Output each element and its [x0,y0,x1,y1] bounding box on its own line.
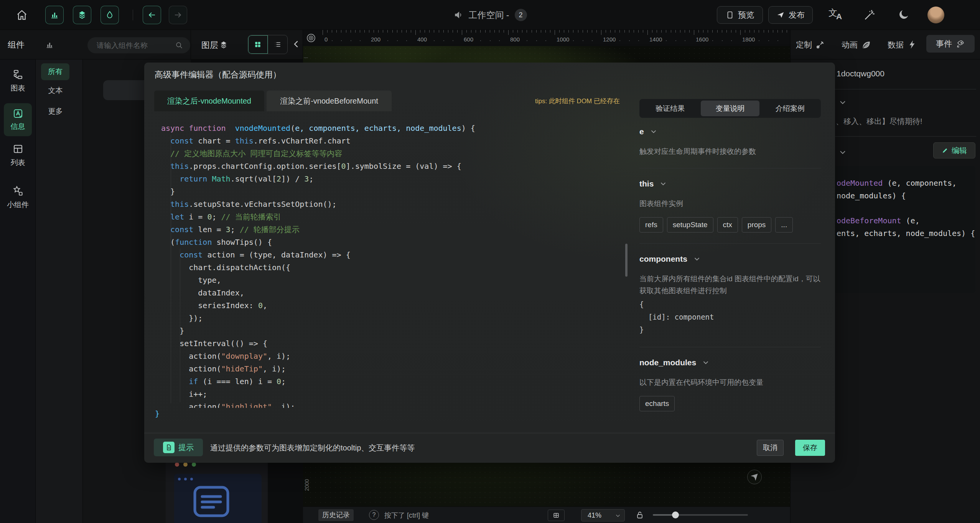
ruler-tick [513,30,513,33]
chevron-down-icon[interactable] [649,127,658,136]
search-placeholder: 请输入组件名称 [97,41,148,51]
section-chevron-icon[interactable] [838,148,847,157]
collapse-panel-button[interactable] [292,39,301,49]
variable-chip: echarts [639,396,675,411]
edit-code-button[interactable]: 编辑 [933,142,975,158]
send-icon [776,11,785,19]
category-more[interactable]: 更多 [36,106,75,116]
ruler-tick [490,30,490,33]
home-button[interactable] [16,9,28,21]
ruler-tick [671,30,671,33]
workspace-label: 工作空间 - [468,9,509,21]
tab-animation[interactable]: 动画 [842,40,858,50]
code-line: dataIndex, [161,287,621,299]
code-line: this.props.chartConfig.option.series[0].… [161,160,621,173]
ruler-tick [439,30,439,33]
language-button[interactable]: 文 A [828,7,845,23]
card-list-component[interactable] [166,457,268,523]
variable-chip: ... [775,217,793,233]
tab-customize[interactable]: 定制 [796,40,812,50]
undo-button[interactable] [143,6,161,24]
info-section-divider [639,168,821,168]
chart-mode-button[interactable] [45,6,64,24]
tab-vnode-mounted[interactable]: 渲染之后-vnodeMounted [154,91,264,111]
rail-label: 信息 [11,122,25,130]
tab-data[interactable]: 数据 [888,40,904,50]
save-button[interactable]: 保存 [795,440,825,456]
magic-wand-icon [863,8,876,21]
ruler-tick [457,30,458,33]
code-editor-body[interactable]: const chart = this.refs.vChartRef.chart … [161,135,621,408]
code-line: if (i === len) i = 0; [161,375,621,388]
ruler-tick [392,30,393,33]
section-chevron-icon[interactable] [838,98,847,107]
ruler-tick [777,30,778,33]
ruler-tick [629,30,629,33]
ruler-dot [675,40,676,41]
tab-event-label: 事件 [936,38,952,49]
lock-icon[interactable] [635,510,644,520]
ruler-dot [712,40,713,41]
component-search-box[interactable]: 请输入组件名称 [87,37,190,53]
list-view-button[interactable] [268,35,288,54]
zoom-select[interactable]: 41% [581,509,625,521]
chevron-down-icon[interactable] [702,358,710,367]
info-section-chips: echarts [639,396,821,411]
avatar[interactable] [927,7,944,23]
info-tab-1[interactable]: 变量说明 [701,101,759,116]
layers-mode-button[interactable] [73,6,91,24]
info-tab-2[interactable]: 介绍案例 [761,101,819,116]
chevron-down-icon[interactable] [659,180,667,188]
rocket-icon [956,39,965,48]
ruler-tick [527,30,527,33]
code-line: action("downplay", i); [161,350,621,363]
code-editor[interactable]: async function vnodeMounted(e, component… [144,116,628,412]
ruler-tick [568,30,569,33]
rail-item-charts[interactable]: 图表 [0,69,36,93]
info-section-divider [639,243,821,244]
history-button[interactable]: 历史记录 [318,509,354,521]
ruler-label: 600 [464,36,473,43]
ruler-tick [555,30,555,35]
grid-toggle-button[interactable] [548,510,565,521]
info-tab-0[interactable]: 验证结果 [641,101,699,116]
category-all[interactable]: 所有 [41,63,69,80]
preview-button[interactable]: 预览 [717,6,763,24]
ruler-tick [666,30,666,33]
theme-drop-button[interactable] [100,6,119,24]
tab-vnode-before-mount[interactable]: 渲染之前-vnodeBeforeMount [267,91,392,111]
locate-control[interactable] [747,470,762,484]
ruler-tick [504,30,504,33]
rail-item-widgets[interactable]: 小组件 [0,185,36,210]
tip-label: 提示 [178,442,194,453]
ruler-dot [536,40,537,41]
chevron-down-icon[interactable] [693,255,701,263]
ruler-tick [698,30,699,33]
zoom-slider-handle[interactable] [672,511,679,518]
code-line: } [161,325,621,337]
tab-event[interactable]: 事件 [926,35,975,53]
magic-wand-button[interactable] [863,8,876,21]
dark-mode-button[interactable] [898,8,910,21]
ruler-tick [360,30,360,33]
publish-button[interactable]: 发布 [768,6,813,24]
rail-item-info[interactable]: 信息 [4,103,32,136]
ruler-label: 400 [417,36,427,43]
code-line: const len = 3; // 轮播部分提示 [161,223,621,236]
ruler-tick [378,30,379,33]
help-icon[interactable]: ? [369,510,379,520]
rail-item-list[interactable]: 列表 [0,143,36,168]
category-text[interactable]: 文本 [36,86,75,96]
zoom-value: 41% [588,511,601,520]
zoom-slider[interactable] [653,514,748,516]
info-section-desc: 以下是内置在代码环境中可用的包变量 [639,376,821,388]
app-root: 工作空间 - 2 预览 发布 文 A [0,0,980,523]
cancel-button[interactable]: 取消 [757,440,784,456]
monitor-icon [726,11,734,19]
lightning-icon [908,40,917,49]
workspace-badge[interactable]: 2 [515,9,527,21]
redo-button[interactable] [169,6,187,24]
edit-label: 编辑 [952,145,967,156]
code-scrollbar[interactable] [625,244,628,277]
grid-view-button[interactable] [248,35,268,54]
